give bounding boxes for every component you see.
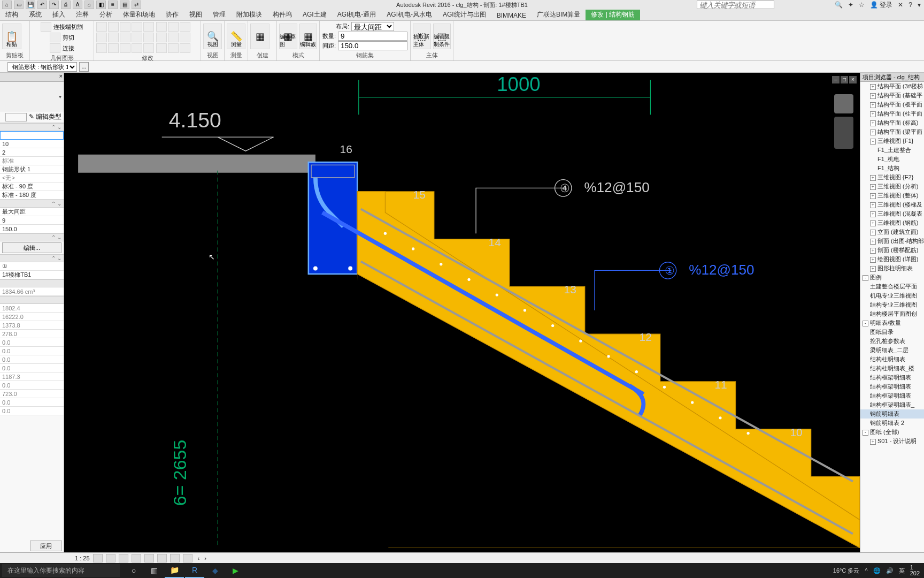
qat-print-icon[interactable]: ⎙ bbox=[61, 1, 71, 9]
drawing-viewport[interactable]: – □ × ↖ 1000 4.150 bbox=[64, 73, 860, 552]
edit-sketch-button[interactable]: ▦编辑草图 bbox=[279, 24, 297, 49]
minimize-ribbon-icon[interactable]: ▾ bbox=[918, 1, 921, 9]
edit-family-button[interactable]: ▦编辑族 bbox=[299, 24, 318, 49]
app2-icon[interactable]: ◆ bbox=[205, 563, 225, 578]
prop-value[interactable]: 最大间距 bbox=[0, 208, 64, 216]
m9-icon[interactable] bbox=[180, 43, 190, 53]
tree-node[interactable]: +三维视图 (分析) bbox=[860, 182, 924, 191]
tab-collab[interactable]: 协作 bbox=[160, 9, 184, 20]
tab-agi1[interactable]: AGI土建 bbox=[297, 9, 332, 20]
tab-manage[interactable]: 管理 bbox=[207, 9, 231, 20]
crop-icon[interactable] bbox=[144, 554, 154, 562]
m4-icon[interactable] bbox=[156, 33, 167, 42]
qat-home-icon[interactable]: ⌂ bbox=[2, 1, 12, 9]
prop-value[interactable]: 1#楼梯TB1 bbox=[0, 271, 64, 279]
align-icon[interactable] bbox=[96, 22, 107, 32]
volume-icon[interactable]: 🔊 bbox=[886, 567, 894, 574]
reveal-hidden-icon[interactable] bbox=[183, 554, 192, 562]
tree-node[interactable]: 挖孔桩参数表 bbox=[860, 337, 924, 346]
tab-agi2[interactable]: AGI机电-通用 bbox=[332, 9, 382, 20]
search-icon[interactable]: 🔍 bbox=[835, 1, 843, 9]
join-button[interactable]: 连接 bbox=[50, 43, 74, 53]
tree-node[interactable]: 钢筋明细表 bbox=[860, 409, 924, 419]
hide-icon[interactable] bbox=[132, 43, 142, 53]
tree-node[interactable]: +结构平面 (3#楼梯 bbox=[860, 82, 924, 91]
revit-icon[interactable]: R bbox=[185, 563, 204, 578]
tray-chevron-icon[interactable]: ^ bbox=[865, 567, 867, 574]
scale-icon[interactable] bbox=[143, 33, 154, 42]
m1-icon[interactable] bbox=[156, 22, 167, 32]
tree-node[interactable]: +图形柱明细表 bbox=[860, 264, 924, 273]
cortana-icon[interactable]: ○ bbox=[124, 563, 143, 578]
subscription-icon[interactable]: ✦ bbox=[848, 1, 853, 9]
tree-node[interactable]: +结构平面 (梁平面 bbox=[860, 127, 924, 136]
tree-node[interactable]: F1_机电 bbox=[860, 155, 924, 164]
tab-agi4[interactable]: AGI统计与出图 bbox=[437, 9, 491, 20]
tree-node[interactable]: +绘图视图 (详图) bbox=[860, 255, 924, 264]
prop-value[interactable]: 150.0 bbox=[0, 225, 64, 233]
instance-filter[interactable] bbox=[5, 113, 27, 121]
qat-3d-icon[interactable]: ⌂ bbox=[84, 1, 94, 9]
tab-structure[interactable]: 结构 bbox=[0, 9, 24, 20]
tree-node[interactable]: 结构专业三维视图 bbox=[860, 300, 924, 309]
qat-section-icon[interactable]: ◧ bbox=[96, 1, 106, 9]
tree-node[interactable]: +立面 (建筑立面) bbox=[860, 227, 924, 237]
infocenter-search[interactable] bbox=[697, 1, 774, 9]
qat-redo-icon[interactable]: ↷ bbox=[49, 1, 59, 9]
m7-icon[interactable] bbox=[156, 43, 167, 53]
qat-close-icon[interactable]: ▤ bbox=[120, 1, 129, 9]
rotate-icon[interactable] bbox=[96, 33, 107, 42]
qty-input[interactable] bbox=[338, 32, 407, 41]
prop-section[interactable]: ⌃ ⌄ bbox=[0, 200, 64, 208]
prop-value[interactable]: <无> bbox=[0, 174, 64, 182]
explorer-icon[interactable]: 📁 bbox=[165, 563, 184, 578]
prop-value[interactable]: 标准 - 180 度 bbox=[0, 191, 64, 200]
m3-icon[interactable] bbox=[180, 22, 190, 32]
qat-text-icon[interactable]: A bbox=[73, 1, 82, 9]
prop-value[interactable]: 标准 bbox=[0, 157, 64, 165]
tree-node[interactable]: F1_土建整合 bbox=[860, 146, 924, 155]
measure-button[interactable]: 📏测量 bbox=[227, 24, 245, 49]
type-button[interactable]: … bbox=[79, 62, 89, 72]
cut-button[interactable]: 剪切 bbox=[50, 33, 74, 42]
tree-node[interactable]: 梁明细表_二层 bbox=[860, 346, 924, 355]
hide-isolate-icon[interactable] bbox=[170, 554, 180, 562]
trim-icon[interactable] bbox=[108, 33, 119, 42]
type-selector-dropdown[interactable]: 钢筋形状 : 钢筋形状 1 bbox=[7, 62, 77, 72]
edit-type-button[interactable]: ✎ 编辑类型 bbox=[29, 112, 61, 121]
tree-node[interactable]: 图纸目录 bbox=[860, 328, 924, 337]
taskbar-search[interactable]: 在这里输入你要搜索的内容 bbox=[2, 564, 120, 577]
tree-node[interactable]: +三维视图 {F2} bbox=[860, 173, 924, 182]
qat-save-icon[interactable]: 💾 bbox=[26, 1, 35, 9]
override-icon[interactable] bbox=[143, 43, 154, 53]
prop-section[interactable] bbox=[0, 296, 64, 304]
tree-node[interactable]: F1_结构 bbox=[860, 164, 924, 173]
paste-button[interactable]: 📋粘贴 bbox=[2, 24, 21, 49]
layout-select[interactable]: 最大间距 bbox=[351, 22, 394, 31]
favorite-icon[interactable]: ☆ bbox=[859, 1, 865, 9]
prop-section[interactable]: ⌃ ⌄ bbox=[0, 123, 64, 131]
array-icon[interactable] bbox=[132, 33, 142, 42]
tree-node[interactable]: 机电专业三维视图 bbox=[860, 291, 924, 300]
network-icon[interactable]: 🌐 bbox=[873, 567, 881, 574]
tree-node[interactable]: +剖面 (出图-结构部 bbox=[860, 237, 924, 246]
delete-icon[interactable] bbox=[108, 43, 119, 53]
view-button[interactable]: 🔍视图 bbox=[203, 24, 222, 49]
tree-node[interactable]: +结构平面 (板平面 bbox=[860, 100, 924, 109]
group-icon[interactable] bbox=[120, 43, 130, 53]
tree-node[interactable]: +结构平面 (标高) bbox=[860, 118, 924, 127]
cope-button[interactable]: 连接端切割 bbox=[41, 22, 83, 32]
tree-node[interactable]: 结构柱明细表 bbox=[860, 355, 924, 364]
edit-constraint-button[interactable]: ⬚编辑限制条件 bbox=[433, 24, 451, 49]
qat-switch-icon[interactable]: ⇄ bbox=[132, 1, 141, 9]
prop-value[interactable]: 钢筋形状 1 bbox=[0, 165, 64, 174]
weather-widget[interactable]: 16°C 多云 bbox=[833, 567, 860, 575]
pick-host-button[interactable]: ⬚拾取新主体 bbox=[413, 24, 431, 49]
tab-analyze[interactable]: 分析 bbox=[94, 9, 118, 20]
split-icon[interactable] bbox=[120, 33, 130, 42]
tree-node[interactable]: +三维视图 (钢筋) bbox=[860, 218, 924, 227]
tab-massing[interactable]: 体量和场地 bbox=[118, 9, 160, 20]
tree-node[interactable]: +剖面 (楼梯配筋) bbox=[860, 246, 924, 255]
tree-node[interactable]: +三维视图 (混凝表 bbox=[860, 209, 924, 218]
sun-path-icon[interactable] bbox=[119, 554, 128, 562]
